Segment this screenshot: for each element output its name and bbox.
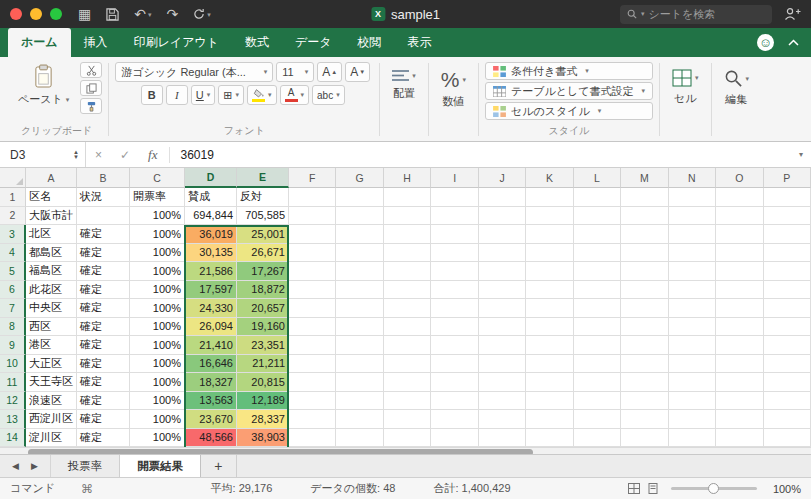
cell-H14[interactable] [384,429,431,448]
paste-dropdown-icon[interactable]: ▾ [66,96,70,104]
cell-P8[interactable] [764,318,811,337]
fill-color-button[interactable]: ▾ [247,85,277,105]
cell-C10[interactable]: 100% [130,355,185,374]
cell-C1[interactable]: 開票率 [130,188,185,207]
conditional-dropdown-icon[interactable]: ▾ [585,67,589,75]
column-header-L[interactable]: L [574,168,621,188]
cell-A8[interactable]: 西区 [26,318,77,337]
editing-button[interactable]: ▾ 編集 [718,69,756,107]
cell-A12[interactable]: 浪速区 [26,392,77,411]
refresh-dropdown-icon[interactable]: ▾ [207,11,211,18]
redo-icon[interactable]: ↷ [166,7,178,21]
cell-G7[interactable] [336,299,383,318]
cell-A10[interactable]: 大正区 [26,355,77,374]
cell-J13[interactable] [479,410,526,429]
cell-F14[interactable] [289,429,336,448]
cell-H2[interactable] [384,207,431,226]
cell-N5[interactable] [669,262,716,281]
cell-styles-button[interactable]: セルのスタイル ▾ [485,102,653,120]
cancel-entry-icon[interactable]: × [86,148,111,162]
cell-M1[interactable] [621,188,668,207]
cell-D1[interactable]: 賛成 [185,188,237,207]
cell-E3[interactable]: 25,001 [237,225,289,244]
column-header-C[interactable]: C [130,168,185,188]
cell-L13[interactable] [574,410,621,429]
cell-M6[interactable] [621,281,668,300]
cell-C8[interactable]: 100% [130,318,185,337]
cell-G9[interactable] [336,336,383,355]
cell-F10[interactable] [289,355,336,374]
cell-M3[interactable] [621,225,668,244]
cell-E9[interactable]: 23,351 [237,336,289,355]
cell-H7[interactable] [384,299,431,318]
cell-P10[interactable] [764,355,811,374]
cell-O9[interactable] [716,336,763,355]
cell-D2[interactable]: 694,844 [185,207,237,226]
cell-J2[interactable] [479,207,526,226]
cell-L6[interactable] [574,281,621,300]
cell-D4[interactable]: 30,135 [185,244,237,263]
cell-E13[interactable]: 28,337 [237,410,289,429]
row-header-5[interactable]: 5 [0,262,26,281]
font-color-button[interactable]: A ▾ [280,85,310,105]
cell-N2[interactable] [669,207,716,226]
search-scope-dropdown-icon[interactable]: ▾ [641,10,645,18]
cell-N13[interactable] [669,410,716,429]
cell-B11[interactable]: 確定 [77,373,130,392]
cell-I11[interactable] [431,373,478,392]
cell-H3[interactable] [384,225,431,244]
sheet-tab-開票結果[interactable]: 開票結果 [120,455,201,477]
cell-D5[interactable]: 21,586 [185,262,237,281]
cell-I1[interactable] [431,188,478,207]
cell-H11[interactable] [384,373,431,392]
cell-G4[interactable] [336,244,383,263]
cell-G2[interactable] [336,207,383,226]
cell-styles-dropdown-icon[interactable]: ▾ [598,107,602,115]
editing-dropdown-icon[interactable]: ▾ [746,75,750,83]
cell-B6[interactable]: 確定 [77,281,130,300]
cell-L3[interactable] [574,225,621,244]
cell-A5[interactable]: 福島区 [26,262,77,281]
normal-view-icon[interactable] [628,483,640,494]
cell-I14[interactable] [431,429,478,448]
cell-J1[interactable] [479,188,526,207]
cell-D12[interactable]: 13,563 [185,392,237,411]
cell-L11[interactable] [574,373,621,392]
cell-P2[interactable] [764,207,811,226]
cell-I3[interactable] [431,225,478,244]
cell-K11[interactable] [526,373,573,392]
cell-H8[interactable] [384,318,431,337]
cell-O5[interactable] [716,262,763,281]
font-size-dropdown-icon[interactable]: ▾ [305,68,309,76]
cell-P13[interactable] [764,410,811,429]
cut-button[interactable] [80,62,102,78]
cell-B2[interactable] [77,207,130,226]
cell-E14[interactable]: 38,903 [237,429,289,448]
column-header-O[interactable]: O [716,168,763,188]
font-color-dropdown-icon[interactable]: ▾ [301,91,305,99]
cell-F7[interactable] [289,299,336,318]
cell-J12[interactable] [479,392,526,411]
cells-dropdown-icon[interactable]: ▾ [695,74,699,82]
cell-O8[interactable] [716,318,763,337]
cell-B7[interactable]: 確定 [77,299,130,318]
cell-J6[interactable] [479,281,526,300]
cell-D14[interactable]: 48,566 [185,429,237,448]
sheet-nav-left-icon[interactable]: ◀ [12,461,19,471]
cell-H4[interactable] [384,244,431,263]
sheet-search-input[interactable]: ▾ シートを検索 [620,5,772,24]
column-header-J[interactable]: J [479,168,526,188]
cell-K6[interactable] [526,281,573,300]
row-header-13[interactable]: 13 [0,410,26,429]
cell-H12[interactable] [384,392,431,411]
cell-G6[interactable] [336,281,383,300]
underline-dropdown-icon[interactable]: ▾ [207,91,211,99]
cell-K5[interactable] [526,262,573,281]
row-header-3[interactable]: 3 [0,225,26,244]
cell-D3[interactable]: 36,019 [185,225,237,244]
cell-I13[interactable] [431,410,478,429]
font-name-select[interactable]: 游ゴシック Regular (本... ▾ [115,62,273,82]
cell-M14[interactable] [621,429,668,448]
cell-I8[interactable] [431,318,478,337]
cell-K9[interactable] [526,336,573,355]
